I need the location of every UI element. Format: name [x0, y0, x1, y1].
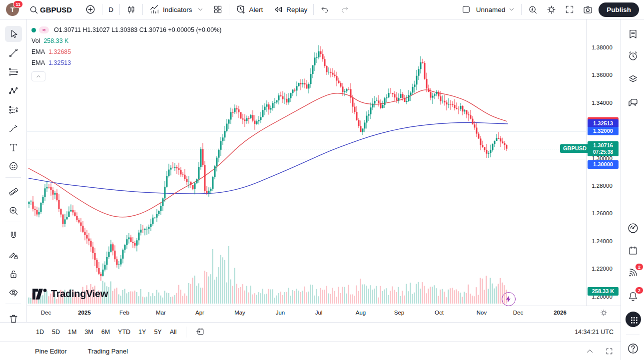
- chevron-up-icon: [35, 73, 41, 79]
- time-tick: Oct: [435, 310, 444, 316]
- axis-settings-button[interactable]: [600, 309, 608, 319]
- tool-emoji[interactable]: [5, 158, 22, 174]
- approx-data-badge[interactable]: ≈: [39, 26, 49, 33]
- ema1-label: EMA: [31, 48, 45, 55]
- trend-line-icon: [8, 47, 19, 58]
- hide-drawings-icon: [8, 287, 19, 298]
- text-icon: [8, 142, 19, 153]
- volume-value: 258.33 K: [43, 37, 68, 44]
- tool-drawing-mode-lock[interactable]: [5, 247, 22, 263]
- tool-zoom-in[interactable]: [5, 203, 22, 219]
- chart-legend: ≈ O1.30711 H1.31027 L1.30383 C1.30716 +0…: [31, 24, 222, 81]
- fullscreen-icon: [565, 4, 575, 14]
- camera-icon: [583, 4, 593, 15]
- tool-forecast[interactable]: [5, 102, 22, 118]
- save-layout-checkbox[interactable]: [459, 2, 474, 17]
- tool-lock-all[interactable]: [5, 266, 22, 282]
- top-toolbar: T 11 GBPUSD D Indicators: [0, 0, 644, 19]
- watermark-text: TradingView: [51, 288, 108, 300]
- sidebar-chat-button[interactable]: [626, 96, 640, 110]
- publish-button[interactable]: Publish: [599, 2, 639, 17]
- notifications-badge: 2: [635, 287, 644, 294]
- chart-style-button[interactable]: [123, 2, 139, 17]
- compare-add-button[interactable]: [82, 2, 98, 17]
- toolbar-divider: [142, 4, 143, 15]
- timeframe-3m[interactable]: 3M: [80, 327, 97, 338]
- ema1-value: 1.32685: [48, 48, 71, 55]
- timeframe-1d[interactable]: 1D: [32, 327, 48, 338]
- multichart-layout-button[interactable]: [210, 2, 225, 17]
- user-avatar[interactable]: T 11: [6, 3, 19, 16]
- price-label-badge: 1.32000: [588, 127, 619, 135]
- legend-ema1-row[interactable]: EMA 1.32685: [31, 46, 222, 57]
- time-axis[interactable]: Dec2025FebMarAprMayJunJulAugSepOctNovDec…: [26, 306, 621, 323]
- tool-fib-retracement[interactable]: [5, 64, 22, 80]
- indicators-button[interactable]: Indicators: [146, 2, 195, 17]
- interval-button[interactable]: D: [106, 2, 116, 17]
- sidebar-alerts-clock-button[interactable]: [626, 49, 640, 63]
- tool-remove-drawings[interactable]: [5, 311, 22, 327]
- sidebar-watchlist-button[interactable]: [626, 27, 640, 41]
- timeframe-5y[interactable]: 5Y: [150, 327, 165, 338]
- symbol-search-button[interactable]: GBPUSD: [26, 2, 74, 17]
- maximize-panel-icon[interactable]: [605, 347, 614, 356]
- timeframe-1y[interactable]: 1Y: [134, 327, 150, 338]
- timeframe-1m[interactable]: 1M: [64, 327, 80, 338]
- tool-cursor[interactable]: [5, 26, 22, 42]
- tool-hide-drawings[interactable]: [5, 285, 22, 301]
- undo-button[interactable]: [317, 2, 332, 17]
- alert-button[interactable]: Alert: [233, 2, 265, 17]
- price-label-badge: 258.33 K: [588, 287, 619, 296]
- price-label-badge: 1.30000: [588, 160, 619, 169]
- sidebar-help-button[interactable]: [626, 342, 640, 356]
- time-tick: Nov: [477, 310, 487, 316]
- sidebar-object-tree-button[interactable]: [626, 72, 640, 86]
- emoji-icon: [8, 161, 19, 172]
- sidebar-screener-button[interactable]: [626, 221, 640, 235]
- redo-button[interactable]: [337, 2, 352, 17]
- time-tick: Dec: [41, 310, 51, 316]
- expand-panel-chevron-icon[interactable]: [586, 347, 594, 356]
- server-clock[interactable]: 14:34:21 UTC: [575, 329, 614, 336]
- timeframe-ytd[interactable]: YTD: [114, 327, 134, 338]
- tool-text[interactable]: [5, 139, 22, 155]
- chevron-down-icon: [508, 6, 515, 13]
- tool-xabcd-pattern[interactable]: [5, 83, 22, 99]
- tool-trend-line[interactable]: [5, 45, 22, 61]
- tool-magnet[interactable]: [5, 228, 22, 244]
- trading-panel-tab[interactable]: Trading Panel: [88, 348, 128, 355]
- go-to-date-button[interactable]: [191, 325, 209, 340]
- sidebar-calendar-button[interactable]: [626, 244, 640, 258]
- toolbar-divider: [102, 4, 102, 15]
- price-tick: 1.24000: [587, 238, 618, 244]
- legend-main-row[interactable]: ≈ O1.30711 H1.31027 L1.30383 C1.30716 +0…: [31, 24, 222, 35]
- legend-ema2-row[interactable]: EMA 1.32513: [31, 57, 222, 68]
- events-lightning-icon[interactable]: [502, 292, 516, 306]
- chevron-down-icon: [197, 6, 204, 13]
- quick-search-button[interactable]: [525, 2, 541, 17]
- tool-brush[interactable]: [5, 121, 22, 137]
- snapshot-button[interactable]: [580, 2, 596, 17]
- timeframe-all[interactable]: All: [166, 327, 181, 338]
- calendar-icon: [627, 245, 639, 257]
- collapse-legend-button[interactable]: [31, 71, 45, 81]
- price-axis[interactable]: 1.380001.360001.340001.320001.300001.280…: [586, 19, 621, 306]
- indicators-dropdown-arrow[interactable]: [194, 2, 206, 17]
- alerts-clock-icon: [627, 50, 639, 62]
- indicators-label: Indicators: [163, 6, 192, 13]
- sidebar-apps-button[interactable]: [626, 312, 641, 327]
- fullscreen-button[interactable]: [562, 2, 577, 17]
- replay-button[interactable]: Replay: [270, 2, 310, 17]
- sidebar-streams-button[interactable]: 2: [626, 266, 640, 280]
- sidebar-notifications-button[interactable]: 2: [626, 289, 640, 303]
- symbol-name[interactable]: GBPUSD: [40, 5, 72, 14]
- timeframe-6m[interactable]: 6M: [97, 327, 114, 338]
- legend-volume-row[interactable]: Vol 258.33 K: [31, 35, 222, 46]
- watchlist-icon: [627, 28, 639, 40]
- settings-button[interactable]: [544, 2, 559, 17]
- layout-name-button[interactable]: Unnamed: [474, 2, 518, 17]
- tool-measure[interactable]: [5, 184, 22, 200]
- timeframe-5d[interactable]: 5D: [48, 327, 64, 338]
- chart-area[interactable]: 1.380001.360001.340001.320001.300001.280…: [26, 19, 621, 306]
- pine-editor-tab[interactable]: Pine Editor: [35, 348, 67, 355]
